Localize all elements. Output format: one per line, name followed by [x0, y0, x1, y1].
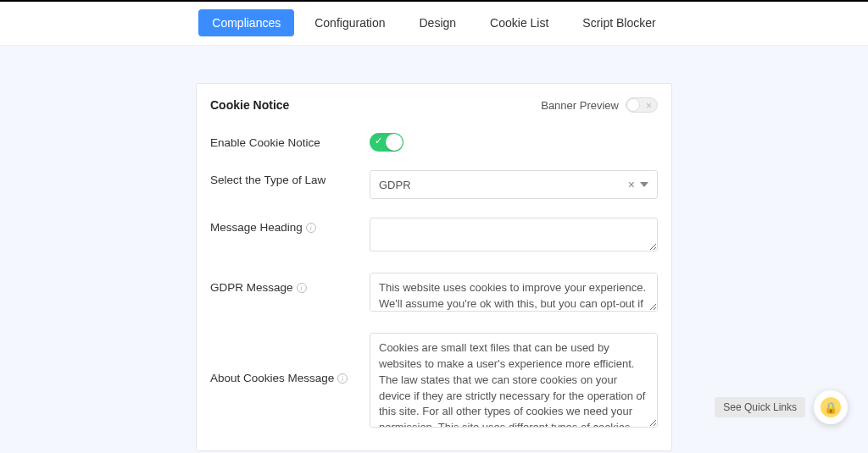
- toggle-knob: [626, 98, 640, 112]
- card-title: Cookie Notice: [210, 98, 289, 112]
- row-enable: Enable Cookie Notice ✓: [210, 133, 658, 152]
- banner-preview-group: Banner Preview ×: [541, 97, 658, 113]
- tab-design[interactable]: Design: [406, 9, 470, 36]
- close-icon: ×: [646, 99, 652, 113]
- row-about-cookies: About Cookies Message i: [210, 333, 658, 430]
- lock-icon: 🔒: [821, 397, 841, 417]
- tab-script-blocker[interactable]: Script Blocker: [569, 9, 669, 36]
- enable-label: Enable Cookie Notice: [210, 133, 359, 149]
- tab-bar: Compliances Configuration Design Cookie …: [0, 0, 868, 46]
- quick-links-button[interactable]: See Quick Links: [715, 397, 805, 417]
- message-heading-input[interactable]: [370, 218, 658, 251]
- row-law-type: Select the Type of Law GDPR ×: [210, 170, 658, 199]
- about-cookies-input[interactable]: [370, 333, 658, 428]
- gdpr-message-text: GDPR Message: [210, 281, 293, 294]
- info-icon[interactable]: i: [297, 283, 307, 293]
- banner-preview-label: Banner Preview: [541, 99, 619, 112]
- message-heading-label: Message Heading i: [210, 218, 359, 234]
- law-type-select[interactable]: GDPR ×: [370, 170, 658, 199]
- gdpr-message-label: GDPR Message i: [210, 273, 359, 294]
- toggle-knob: [386, 134, 403, 151]
- cookie-notice-card: Cookie Notice Banner Preview × Enable Co…: [196, 83, 672, 451]
- tab-configuration[interactable]: Configuration: [301, 9, 398, 36]
- select-value: GDPR: [379, 179, 411, 191]
- chevron-down-icon[interactable]: [640, 182, 648, 187]
- row-message-heading: Message Heading i: [210, 218, 658, 254]
- quick-links-group: See Quick Links 🔒: [715, 390, 848, 424]
- law-type-control: GDPR ×: [370, 170, 658, 199]
- enable-toggle[interactable]: ✓: [370, 133, 403, 152]
- enable-control: ✓: [370, 133, 658, 152]
- info-icon[interactable]: i: [306, 223, 316, 233]
- about-cookies-text: About Cookies Message: [210, 372, 334, 384]
- help-fab[interactable]: 🔒: [814, 390, 848, 424]
- law-type-label: Select the Type of Law: [210, 170, 359, 186]
- card-header: Cookie Notice Banner Preview ×: [210, 97, 658, 113]
- clear-icon[interactable]: ×: [628, 178, 635, 191]
- banner-preview-toggle[interactable]: ×: [626, 97, 658, 113]
- message-heading-control: [370, 218, 658, 254]
- gdpr-message-control: [370, 273, 658, 314]
- gdpr-message-input[interactable]: [370, 273, 658, 312]
- row-gdpr-message: GDPR Message i: [210, 273, 658, 314]
- check-icon: ✓: [375, 135, 382, 146]
- about-cookies-control: [370, 333, 658, 430]
- select-icons: ×: [628, 178, 648, 191]
- info-icon[interactable]: i: [337, 373, 348, 384]
- tab-compliances[interactable]: Compliances: [198, 9, 294, 36]
- about-cookies-label: About Cookies Message i: [210, 333, 359, 384]
- message-heading-text: Message Heading: [210, 221, 303, 234]
- tab-cookie-list[interactable]: Cookie List: [476, 9, 562, 36]
